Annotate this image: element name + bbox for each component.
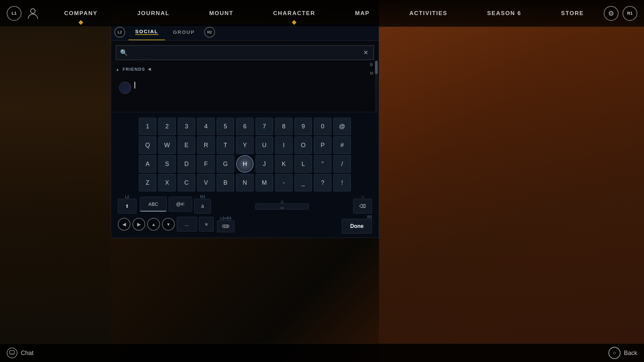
key-l[interactable]: L bbox=[294, 155, 312, 173]
prev-button[interactable]: ◀ bbox=[118, 218, 130, 231]
sidebar-letters: B M bbox=[370, 62, 374, 76]
key-x[interactable]: X bbox=[158, 174, 176, 191]
keyboard-rows: 1 2 3 4 5 6 7 8 9 0 @ Q W E R T Y U bbox=[118, 118, 372, 191]
menu-button[interactable]: ≡ bbox=[199, 217, 214, 232]
svg-rect-7 bbox=[10, 351, 14, 354]
top-nav: L1 COMPANY JOURNAL MOUNT CHARACTER MAP A… bbox=[0, 0, 644, 27]
key-a[interactable]: A bbox=[139, 155, 156, 173]
key-u[interactable]: U bbox=[256, 136, 273, 154]
nav-diamond-character bbox=[292, 20, 297, 24]
r2-badge: R2 bbox=[204, 27, 215, 38]
chat-icon bbox=[7, 348, 17, 358]
key-underscore[interactable]: _ bbox=[294, 174, 312, 191]
abc-button[interactable]: ABC bbox=[140, 197, 167, 212]
nav-item-activities[interactable]: ACTIVITIES bbox=[404, 9, 453, 18]
down-button[interactable]: ▼ bbox=[162, 218, 175, 231]
accent-button[interactable]: à bbox=[194, 199, 211, 214]
key-quote[interactable]: " bbox=[314, 155, 331, 173]
key-9[interactable]: 9 bbox=[294, 118, 312, 135]
cursor-blink bbox=[135, 82, 135, 88]
key-4[interactable]: 4 bbox=[197, 118, 215, 135]
search-clear-button[interactable]: ✕ bbox=[362, 48, 370, 58]
keyboard-row-2: Q W E R T Y U I O P # bbox=[139, 136, 351, 154]
up-button[interactable]: ▲ bbox=[147, 218, 160, 231]
svg-point-0 bbox=[31, 9, 35, 13]
nav-item-map[interactable]: MAP bbox=[350, 9, 375, 18]
key-t[interactable]: T bbox=[217, 136, 234, 154]
nav-item-store[interactable]: STORE bbox=[556, 9, 589, 18]
key-d[interactable]: D bbox=[178, 155, 195, 173]
key-exclaim[interactable]: ! bbox=[333, 174, 351, 191]
key-question[interactable]: ? bbox=[314, 174, 331, 191]
key-k[interactable]: K bbox=[275, 155, 292, 173]
key-2[interactable]: 2 bbox=[158, 118, 176, 135]
key-5[interactable]: 5 bbox=[217, 118, 234, 135]
search-input[interactable] bbox=[131, 50, 362, 56]
key-g[interactable]: G bbox=[217, 155, 234, 173]
key-v[interactable]: V bbox=[197, 174, 215, 191]
key-b[interactable]: B bbox=[217, 174, 234, 191]
done-button[interactable]: Done bbox=[342, 219, 372, 234]
key-at[interactable]: @ bbox=[333, 118, 351, 135]
key-q[interactable]: Q bbox=[139, 136, 156, 154]
key-6[interactable]: 6 bbox=[236, 118, 254, 135]
nav-items: COMPANY JOURNAL MOUNT CHARACTER MAP ACTI… bbox=[44, 9, 604, 18]
friends-section: ▲ FRIENDS ◀ bbox=[111, 65, 379, 76]
key-slash[interactable]: / bbox=[333, 155, 351, 173]
key-s[interactable]: S bbox=[158, 155, 176, 173]
key-dash[interactable]: - bbox=[275, 174, 292, 191]
key-m[interactable]: M bbox=[256, 174, 273, 191]
main-panel: L2 SOCIAL GROUP R2 🔍 ✕ ▲ FRIENDS ◀ B bbox=[111, 23, 379, 238]
key-hash[interactable]: # bbox=[333, 136, 351, 154]
square-badge: □ bbox=[362, 195, 364, 199]
nav-item-character[interactable]: CHARACTER bbox=[268, 9, 321, 18]
key-z[interactable]: Z bbox=[139, 174, 156, 191]
l2-badge: L2 bbox=[114, 27, 125, 38]
key-3[interactable]: 3 bbox=[178, 118, 195, 135]
nav-item-journal[interactable]: JOURNAL bbox=[132, 9, 175, 18]
options-button[interactable] bbox=[217, 220, 234, 232]
symbols-button[interactable]: @#: bbox=[169, 197, 192, 212]
settings-button[interactable]: ⚙ bbox=[604, 6, 619, 21]
key-j[interactable]: J bbox=[256, 155, 273, 173]
play-button[interactable]: ▶ bbox=[132, 218, 145, 231]
key-h[interactable]: H bbox=[236, 155, 254, 173]
more-button[interactable]: ... bbox=[177, 217, 197, 232]
friends-collapse-arrow[interactable]: ▲ bbox=[116, 67, 120, 71]
delete-button[interactable]: ⌫ bbox=[353, 199, 372, 214]
text-cursor bbox=[135, 82, 135, 88]
l1-button[interactable]: L1 bbox=[7, 6, 21, 21]
key-r[interactable]: R bbox=[197, 136, 215, 154]
key-n[interactable]: N bbox=[236, 174, 254, 191]
nav-item-company[interactable]: COMPANY bbox=[59, 9, 103, 18]
key-0[interactable]: 0 bbox=[314, 118, 331, 135]
bg-left bbox=[0, 0, 111, 362]
space-button[interactable]: ⎵ bbox=[255, 203, 309, 209]
key-c[interactable]: C bbox=[178, 174, 195, 191]
key-1[interactable]: 1 bbox=[139, 118, 156, 135]
key-w[interactable]: W bbox=[158, 136, 176, 154]
nav-item-mount[interactable]: MOUNT bbox=[204, 9, 239, 18]
nav-diamond-company bbox=[78, 20, 83, 24]
key-y[interactable]: Y bbox=[236, 136, 254, 154]
key-8[interactable]: 8 bbox=[275, 118, 292, 135]
key-f[interactable]: F bbox=[197, 155, 215, 173]
bg-right bbox=[379, 0, 644, 362]
nav-item-season6[interactable]: SEASON 6 bbox=[482, 9, 527, 18]
scrollbar-thumb[interactable] bbox=[375, 61, 378, 74]
bottom-bar: Chat ○ Back bbox=[0, 344, 644, 362]
key-i[interactable]: I bbox=[275, 136, 292, 154]
friends-header: ▲ FRIENDS ◀ bbox=[116, 67, 374, 72]
sidebar-letter-m: M bbox=[370, 71, 374, 76]
key-e[interactable]: E bbox=[178, 136, 195, 154]
key-7[interactable]: 7 bbox=[256, 118, 273, 135]
options-badge: L3+R3 bbox=[220, 216, 231, 220]
shift-button[interactable]: ⬆ bbox=[118, 199, 137, 214]
key-o[interactable]: O bbox=[294, 136, 312, 154]
key-p[interactable]: P bbox=[314, 136, 331, 154]
back-button[interactable]: ○ Back bbox=[608, 347, 637, 359]
r1-button[interactable]: R1 bbox=[623, 6, 637, 21]
search-bar[interactable]: 🔍 ✕ bbox=[116, 45, 374, 60]
chat-button[interactable]: Chat bbox=[7, 348, 34, 358]
friends-expand-arrow[interactable]: ◀ bbox=[148, 67, 151, 71]
